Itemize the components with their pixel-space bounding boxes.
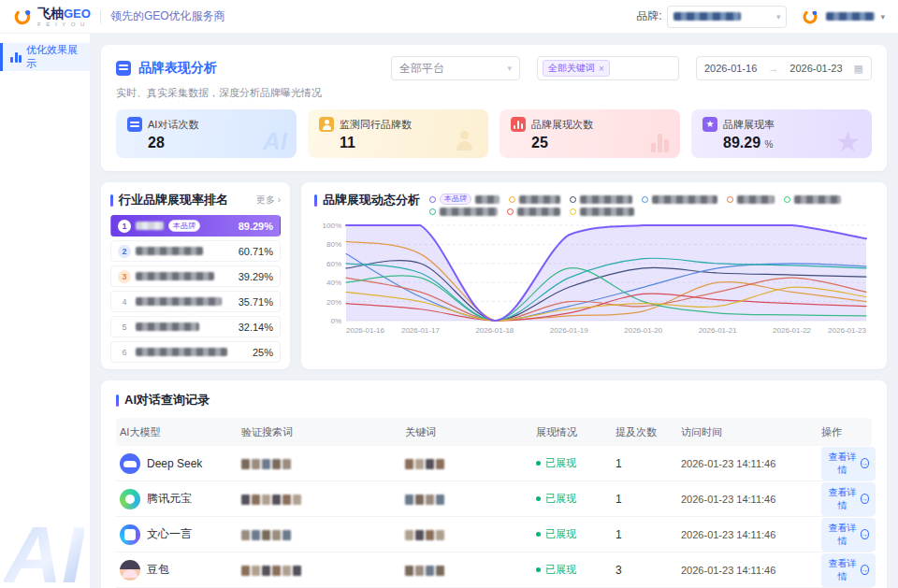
ranking-row: 260.71%	[110, 240, 281, 262]
legend-item[interactable]	[509, 194, 560, 205]
wenxin-yiyan-icon	[120, 524, 140, 545]
tag-close-icon[interactable]: ×	[599, 64, 604, 74]
view-detail-button[interactable]: 查看详情→	[821, 518, 876, 552]
rank-rate: 25%	[253, 347, 273, 358]
svg-text:2026-01-20: 2026-01-20	[624, 326, 662, 335]
legend-item[interactable]: 本品牌	[429, 194, 500, 205]
platform-select[interactable]: 全部平台 ▾	[391, 56, 520, 80]
chart-icon	[511, 117, 526, 132]
trend-line-chart: 0%20%40%60%80%100%2026-01-162026-01-1720…	[314, 220, 874, 337]
chat-icon	[127, 117, 142, 132]
mention-count: 1	[616, 528, 681, 541]
doubao-icon	[120, 560, 140, 581]
status-badge: 已展现	[536, 456, 616, 470]
model-name: 豆包	[147, 562, 169, 578]
ranking-list: 1本品牌89.29%260.71%339.29%435.71%532.14%62…	[110, 215, 281, 366]
stat-card-brand-displays: 品牌展现次数 25	[500, 109, 680, 158]
ranking-row: 1本品牌89.29%	[110, 215, 281, 237]
rank-number: 6	[118, 346, 131, 359]
brand-select-label: 品牌:	[636, 8, 661, 24]
chat-bubble-icon	[116, 61, 131, 76]
visit-time: 2026-01-23 14:11:46	[681, 494, 821, 505]
blurred-text	[241, 566, 301, 576]
view-detail-button[interactable]: 查看详情→	[821, 553, 876, 587]
chart-legend: 本品牌	[429, 192, 874, 216]
status-badge: 已展现	[536, 527, 616, 541]
section-subtitle: 实时、真实采集数据，深度分析品牌曝光情况	[116, 86, 872, 100]
section-title-ranking: 行业品牌展现率排名	[110, 192, 228, 208]
keyword-filter-input[interactable]: 全部关键词 ×	[537, 56, 679, 80]
calendar-icon: ▦	[854, 63, 863, 75]
logo[interactable]: 飞柚GEO F E I Y O U	[13, 7, 91, 27]
user-account-menu[interactable]: ▾	[800, 7, 885, 27]
more-link[interactable]: 更多 ›	[256, 194, 281, 207]
table-header: AI大模型 验证搜索词 关键词 展现情况 提及次数 访问时间 操作	[116, 418, 872, 446]
view-detail-button[interactable]: 查看详情→	[821, 482, 876, 516]
top-header: 飞柚GEO F E I Y O U 领先的GEO优化服务商 品牌: ▾ ▾	[0, 0, 898, 34]
legend-label-blurred	[475, 195, 500, 204]
keyword-tag-label: 全部关键词	[548, 62, 595, 75]
table-row: Deep Seek已展现12026-01-23 14:11:46查看详情→	[116, 446, 872, 481]
ranking-card: 行业品牌展现率排名 更多 › 1本品牌89.29%260.71%339.29%4…	[101, 182, 290, 369]
account-logo-icon	[800, 7, 820, 27]
brand-analysis-card: 品牌表现分析 全部平台 ▾ 全部关键词 × 2026-01-16 → 2026-…	[101, 45, 887, 171]
legend-item[interactable]	[784, 194, 841, 205]
legend-item[interactable]	[570, 208, 634, 216]
svg-text:2026-01-17: 2026-01-17	[401, 326, 440, 335]
model-name: 腾讯元宝	[147, 491, 192, 507]
mention-count: 3	[616, 564, 681, 577]
self-brand-area	[346, 225, 866, 321]
logo-text: 飞柚GEO F E I Y O U	[37, 7, 91, 27]
section-title-records: AI对话查询记录	[116, 392, 872, 409]
legend-item[interactable]	[429, 208, 498, 216]
blurred-text	[405, 495, 444, 505]
feiyou-logo-icon	[13, 7, 32, 26]
legend-item[interactable]	[570, 194, 632, 205]
legend-label-blurred	[737, 195, 775, 204]
view-detail-button[interactable]: 查看详情→	[821, 447, 876, 480]
svg-text:2026-01-23: 2026-01-23	[828, 326, 866, 335]
table-row: 腾讯元宝已展现12026-01-23 14:11:46查看详情→	[116, 481, 872, 517]
brand-name-blurred	[136, 272, 214, 280]
circled-arrow-icon: →	[861, 494, 869, 504]
status-badge: 已展现	[536, 563, 616, 577]
brand-name-blurred	[674, 12, 741, 21]
legend-item[interactable]	[507, 208, 560, 216]
legend-dot-icon	[509, 196, 515, 203]
blurred-text	[405, 530, 444, 540]
legend-dot-icon	[784, 196, 790, 203]
rank-number: 1	[118, 220, 131, 233]
sidebar-item-optimization-results[interactable]: 优化效果展示	[0, 43, 90, 71]
svg-text:2026-01-19: 2026-01-19	[550, 326, 588, 335]
legend-dot-icon	[429, 208, 436, 215]
self-brand-badge: 本品牌	[440, 194, 471, 205]
col-action: 操作	[821, 425, 876, 439]
ranking-row: 532.14%	[110, 316, 281, 337]
legend-label-blurred	[440, 208, 498, 216]
bar-chart-icon	[10, 52, 22, 63]
deepseek-icon	[120, 453, 140, 474]
blurred-text	[241, 530, 291, 540]
legend-item[interactable]	[727, 194, 775, 205]
visit-time: 2026-01-23 14:11:46	[681, 458, 821, 469]
legend-label-blurred	[580, 208, 634, 216]
legend-dot-icon	[507, 208, 514, 215]
brand-name-blurred	[136, 247, 203, 255]
mention-count: 1	[616, 493, 681, 506]
legend-item[interactable]	[642, 194, 717, 205]
legend-label-blurred	[580, 195, 632, 204]
rank-number: 3	[118, 270, 131, 283]
legend-dot-icon	[727, 196, 733, 203]
rank-rate: 60.71%	[239, 246, 273, 257]
rank-number: 2	[118, 245, 131, 258]
model-name: 文心一言	[147, 526, 192, 542]
brand-select[interactable]: ▾	[667, 6, 787, 28]
brand-name-blurred	[136, 348, 227, 356]
stat-value: 28	[148, 135, 285, 151]
logo-subtitle: F E I Y O U	[37, 22, 91, 27]
rank-number: 4	[118, 295, 131, 308]
date-range-picker[interactable]: 2026-01-16 → 2026-01-23 ▦	[696, 56, 872, 80]
arrow-right-icon: →	[768, 63, 778, 74]
logo-cn: 飞柚	[37, 6, 64, 21]
records-card: AI对话查询记录 AI大模型 验证搜索词 关键词 展现情况 提及次数 访问时间 …	[101, 380, 887, 588]
